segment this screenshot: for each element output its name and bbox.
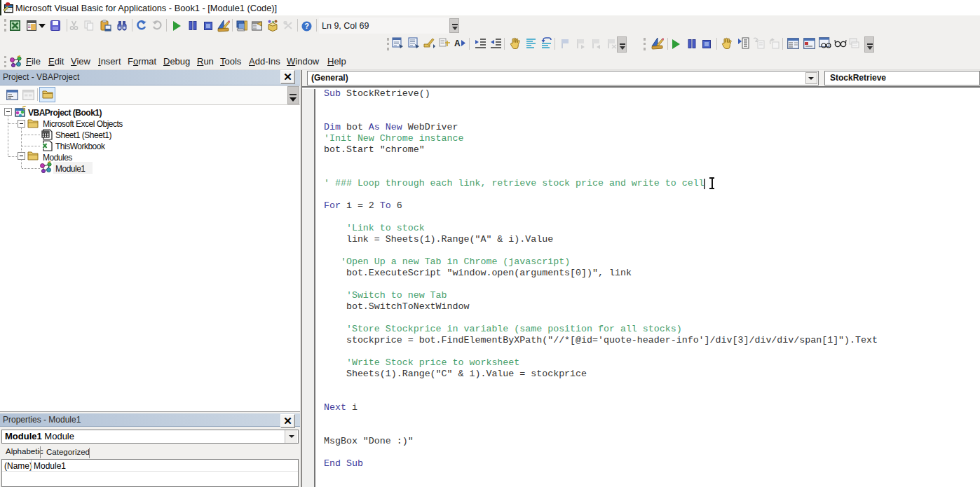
svg-text:?: ? [304, 22, 309, 30]
svg-text:A: A [454, 39, 461, 48]
